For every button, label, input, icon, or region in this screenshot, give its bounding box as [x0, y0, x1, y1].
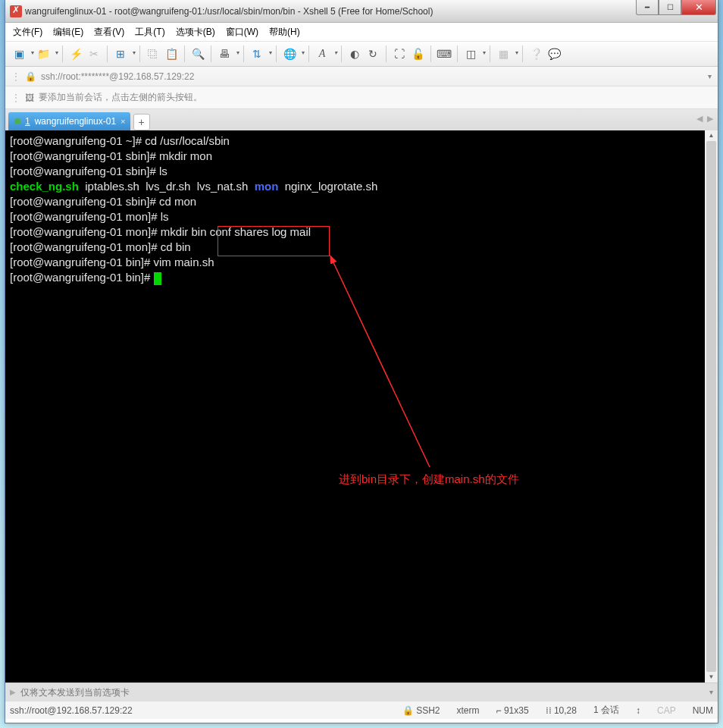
connect-icon[interactable]: ⚡	[68, 46, 83, 61]
separator	[308, 46, 309, 62]
status-cursor-pos: ⁞⁞ 10,28	[546, 705, 577, 716]
hint-bar: ⋮ 🖼 要添加当前会话，点击左侧的箭头按钮。	[5, 86, 718, 109]
status-connection: ssh://root@192.168.57.129:22	[10, 705, 402, 716]
lock-icon[interactable]: 🔓	[410, 46, 425, 61]
tab-prev-icon[interactable]: ◀	[696, 114, 703, 124]
separator	[490, 46, 490, 62]
tab-prefix: 1	[25, 116, 30, 127]
properties-icon[interactable]: ⊞	[113, 46, 134, 61]
cmdbar-dropdown-icon[interactable]: ▾	[709, 688, 713, 696]
paste-icon[interactable]: 📋	[164, 46, 179, 61]
bookmark-icon[interactable]: 🖼	[25, 93, 34, 103]
menu-help[interactable]: 帮助(H)	[269, 26, 300, 39]
menu-view[interactable]: 查看(V)	[94, 26, 124, 39]
print-icon[interactable]: 🖶	[217, 46, 238, 61]
search-icon[interactable]: 🔍	[190, 46, 205, 61]
terminal[interactable]: [root@wangruifeng-01 ~]# cd /usr/local/s…	[5, 130, 718, 682]
separator	[184, 46, 185, 62]
command-input-bar: ▶ ▾	[5, 682, 718, 701]
minimize-button[interactable]: ━	[636, 0, 659, 15]
status-resize-icon[interactable]: ↕	[636, 705, 640, 716]
menu-window[interactable]: 窗口(W)	[226, 26, 258, 39]
moon-icon[interactable]: ◐	[347, 46, 362, 61]
toolbar: ▣ 📁 ⚡ ✂ ⊞ ⿻ 📋 🔍 🖶 ⇅ 🌐 A ◐ ↻ ⛶ 🔓 ⌨ ◫ ▦ ❔ …	[5, 41, 718, 67]
font-icon[interactable]: A	[315, 46, 336, 61]
command-input[interactable]	[20, 687, 705, 698]
hint-text: 要添加当前会话，点击左侧的箭头按钮。	[39, 91, 202, 104]
lock-small-icon: 🔒	[25, 71, 36, 82]
separator	[62, 46, 63, 62]
annotation-text: 进到bin目录下，创建main.sh的文件	[339, 472, 519, 487]
new-tab-button[interactable]: +	[133, 114, 150, 130]
titlebar[interactable]: wangruifenglinux-01 - root@wangruifeng-0…	[5, 0, 718, 23]
menu-tabs[interactable]: 选项卡(B)	[176, 26, 215, 39]
close-button[interactable]: ✕	[681, 0, 716, 15]
help-icon[interactable]: ❔	[528, 46, 543, 61]
session-tab[interactable]: 1 wangruifenglinux-01 ×	[8, 112, 130, 130]
menu-edit[interactable]: 编辑(E)	[53, 26, 83, 39]
annotation-arrow-icon	[324, 255, 475, 482]
separator	[211, 46, 211, 62]
separator	[522, 46, 523, 62]
separator	[457, 46, 458, 62]
new-session-icon[interactable]: ▣	[11, 46, 33, 61]
separator	[386, 46, 387, 62]
separator	[107, 46, 108, 62]
tile-icon[interactable]: ▦	[496, 46, 517, 61]
addressbar: ⋮ 🔒 ssh://root:********@192.168.57.129:2…	[5, 67, 718, 86]
tab-close-icon[interactable]: ×	[121, 117, 125, 126]
window-title: wangruifenglinux-01 - root@wangruifeng-0…	[25, 6, 636, 17]
scroll-up-icon[interactable]: ▲	[705, 130, 718, 141]
disconnect-icon[interactable]: ✂	[86, 46, 102, 61]
status-num: NUM	[693, 705, 713, 716]
status-protocol: 🔒 SSH2	[402, 705, 440, 716]
layout-icon[interactable]: ◫	[463, 46, 484, 61]
separator	[276, 46, 277, 62]
menu-file[interactable]: 文件(F)	[13, 26, 42, 39]
forum-icon[interactable]: 💬	[546, 46, 562, 61]
app-icon	[10, 5, 22, 17]
tab-nav: ◀ ▶	[696, 114, 713, 124]
scroll-down-icon[interactable]: ▼	[705, 672, 718, 682]
status-dot-icon	[14, 118, 20, 124]
copy-icon[interactable]: ⿻	[146, 46, 161, 61]
tabbar: 1 wangruifenglinux-01 × + ◀ ▶	[5, 109, 718, 130]
scroll-thumb[interactable]	[706, 141, 716, 672]
send-icon[interactable]: ▶	[10, 688, 16, 696]
app-window: wangruifenglinux-01 - root@wangruifeng-0…	[5, 0, 718, 723]
tab-label: wangruifenglinux-01	[35, 116, 116, 127]
fullscreen-icon[interactable]: ⛶	[392, 46, 407, 61]
separator	[430, 46, 431, 62]
refresh-icon[interactable]: ↻	[365, 46, 380, 61]
statusbar: ssh://root@192.168.57.129:22 🔒 SSH2 xter…	[5, 701, 718, 719]
separator	[243, 46, 244, 62]
status-size: ⌐ 91x35	[496, 705, 529, 716]
menu-tools[interactable]: 工具(T)	[135, 26, 164, 39]
transfer-icon[interactable]: ⇅	[249, 46, 271, 61]
status-caps: CAP	[657, 705, 676, 716]
status-sessions: 1 会话	[593, 704, 619, 717]
terminal-scrollbar[interactable]: ▲ ▼	[705, 130, 718, 682]
svg-line-0	[333, 261, 430, 467]
handle-icon: ⋮	[11, 93, 20, 103]
separator	[341, 46, 342, 62]
window-controls: ━ ☐ ✕	[636, 0, 716, 15]
open-icon[interactable]: 📁	[36, 46, 57, 61]
status-terminal-type: xterm	[457, 705, 480, 716]
address-dropdown-icon[interactable]: ▾	[708, 72, 712, 80]
separator	[139, 46, 140, 62]
handle-icon: ⋮	[11, 71, 20, 82]
tab-next-icon[interactable]: ▶	[707, 114, 713, 124]
address-text[interactable]: ssh://root:********@192.168.57.129:22	[41, 71, 703, 82]
keyboard-icon[interactable]: ⌨	[437, 46, 452, 61]
maximize-button[interactable]: ☐	[659, 0, 681, 15]
globe-icon[interactable]: 🌐	[282, 46, 303, 61]
menubar: 文件(F) 编辑(E) 查看(V) 工具(T) 选项卡(B) 窗口(W) 帮助(…	[5, 23, 718, 41]
